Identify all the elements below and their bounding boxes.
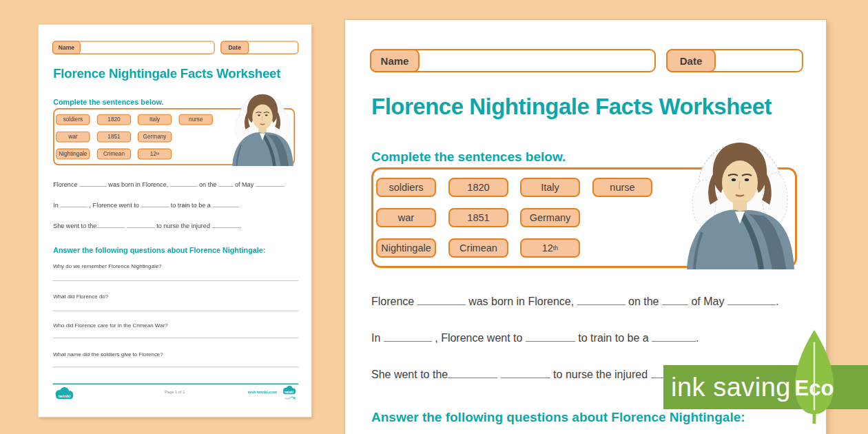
answer-line xyxy=(53,311,299,311)
word-chip: Germany xyxy=(138,132,172,143)
date-label: Date xyxy=(220,41,249,54)
date-label: Date xyxy=(666,49,716,72)
name-field: Name xyxy=(52,41,215,54)
footer-rule xyxy=(53,383,299,384)
word-chip: Italy xyxy=(138,114,172,125)
fill-in-blank xyxy=(727,296,776,305)
page-title: Florence Nightingale Facts Worksheet xyxy=(371,94,805,120)
worksheet-thumbnail[interactable]: Name Date Florence Nightingale Facts Wor… xyxy=(38,24,312,417)
fill-in-blank xyxy=(662,296,688,305)
sentence-line: Florence was born in Florence, on the of… xyxy=(371,296,805,308)
word-chip: 1851 xyxy=(448,208,508,227)
complete-heading: Complete the sentences below. xyxy=(53,98,163,106)
name-field: Name xyxy=(370,49,656,72)
complete-heading: Complete the sentences below. xyxy=(371,149,566,165)
fill-in-blank xyxy=(170,181,198,187)
eco-label: Eco xyxy=(795,376,834,400)
name-label: Name xyxy=(52,41,81,54)
answer-heading: Answer the following questions about Flo… xyxy=(53,246,265,254)
fill-in-blank xyxy=(256,181,283,187)
word-chip: war xyxy=(56,132,90,143)
worksheet-preview-stage: Name Date Florence Nightingale Facts Wor… xyxy=(0,0,868,434)
word-chip: nurse xyxy=(178,114,212,125)
twinkl-quality-logo: twinkl xyxy=(280,385,298,404)
fill-in-blank xyxy=(60,202,87,207)
word-chip: soldiers xyxy=(376,178,436,197)
word-chip: Italy xyxy=(520,178,580,197)
ink-saving-label: ink saving xyxy=(663,365,798,409)
question-text: What name did the soldiers give to Flore… xyxy=(53,351,163,357)
fill-in-blank xyxy=(211,223,239,228)
fill-in-blank xyxy=(384,332,432,342)
fill-in-blank xyxy=(501,369,550,378)
fill-in-blank xyxy=(212,202,237,207)
word-chip: 12th xyxy=(138,149,172,160)
fill-in-blank xyxy=(127,223,155,228)
florence-nightingale-illustration xyxy=(681,136,798,269)
svg-text:twinkl: twinkl xyxy=(59,393,71,398)
date-field: Date xyxy=(220,41,298,54)
answer-line xyxy=(53,367,299,368)
word-chip: nurse xyxy=(592,178,652,197)
fill-in-blank xyxy=(218,181,234,187)
florence-nightingale-illustration xyxy=(229,90,296,166)
fill-in-blank xyxy=(417,296,466,305)
sentence-line: In , Florence went to to train to be a . xyxy=(371,332,805,344)
worksheet-page: Name Date Florence Nightingale Facts Wor… xyxy=(38,24,312,417)
eco-leaf-icon: Eco xyxy=(791,329,838,428)
word-chip: 1851 xyxy=(97,132,131,143)
word-chip: 1820 xyxy=(97,114,131,125)
page-title: Florence Nightingale Facts Worksheet xyxy=(53,66,300,81)
fill-in-blank xyxy=(141,202,169,207)
word-chip: Crimean xyxy=(97,149,131,160)
sentence-line: Florence was born in Florence, on the of… xyxy=(53,181,300,188)
fill-in-blank xyxy=(577,296,626,305)
sentence-line: She went to the to nurse the injured . xyxy=(53,223,300,229)
svg-text:twinkl: twinkl xyxy=(285,391,293,394)
word-chip: 1820 xyxy=(448,178,508,197)
word-chip: Crimean xyxy=(448,238,508,258)
word-chip: soldiers xyxy=(56,114,90,125)
fill-in-blank xyxy=(96,223,125,228)
answer-line xyxy=(53,280,299,281)
answer-line xyxy=(53,338,299,339)
word-chip: Germany xyxy=(520,208,580,227)
question-text: What did Florence do? xyxy=(53,293,108,299)
fill-in-blank xyxy=(526,332,575,342)
answer-heading: Answer the following questions about Flo… xyxy=(371,410,745,425)
question-text: Who did Florence care for in the Crimean… xyxy=(53,322,167,328)
visit-link[interactable]: visit twinkl.com xyxy=(226,390,277,394)
fill-in-blank xyxy=(448,369,497,378)
question-text: Why do we remember Florence Nightingale? xyxy=(53,263,161,269)
name-label: Name xyxy=(370,49,420,72)
fill-in-blank xyxy=(79,181,107,187)
fill-in-blank xyxy=(652,332,696,342)
sentence-line: In , Florence went to to train to be a . xyxy=(53,202,300,209)
word-chip: war xyxy=(376,208,436,227)
word-chip: 12th xyxy=(520,238,580,258)
word-chip: Nightingale xyxy=(56,149,90,160)
date-field: Date xyxy=(666,49,803,72)
word-chip: Nightingale xyxy=(376,238,436,258)
